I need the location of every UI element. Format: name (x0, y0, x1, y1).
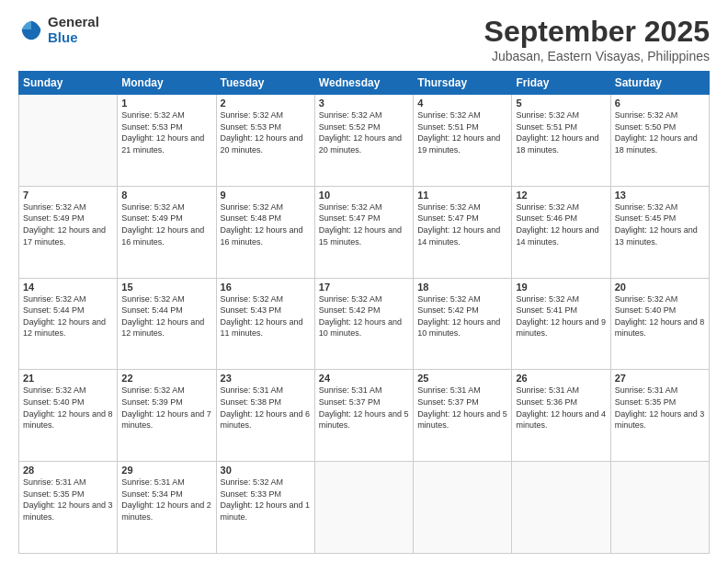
weekday-header-saturday: Saturday (610, 72, 709, 95)
cell-info: Sunrise: 5:32 AM Sunset: 5:42 PM Dayligh… (319, 293, 409, 339)
calendar-cell: 9Sunrise: 5:32 AM Sunset: 5:48 PM Daylig… (216, 186, 314, 278)
day-number: 16 (221, 282, 311, 293)
week-row-2: 7Sunrise: 5:32 AM Sunset: 5:49 PM Daylig… (19, 186, 710, 278)
cell-info: Sunrise: 5:32 AM Sunset: 5:44 PM Dayligh… (23, 293, 113, 339)
calendar-cell (512, 462, 610, 554)
calendar-cell: 26Sunrise: 5:31 AM Sunset: 5:36 PM Dayli… (512, 370, 610, 462)
cell-info: Sunrise: 5:32 AM Sunset: 5:46 PM Dayligh… (516, 201, 606, 247)
day-number: 25 (417, 373, 507, 384)
calendar-cell: 12Sunrise: 5:32 AM Sunset: 5:46 PM Dayli… (512, 186, 610, 278)
logo: General Blue (18, 15, 99, 45)
calendar-cell: 6Sunrise: 5:32 AM Sunset: 5:50 PM Daylig… (610, 95, 709, 187)
logo-general: General (48, 15, 99, 30)
cell-info: Sunrise: 5:32 AM Sunset: 5:44 PM Dayligh… (121, 293, 211, 339)
title-area: September 2025 Jubasan, Eastern Visayas,… (484, 15, 710, 63)
day-number: 10 (319, 190, 409, 201)
cell-info: Sunrise: 5:32 AM Sunset: 5:53 PM Dayligh… (121, 109, 211, 155)
calendar-cell: 10Sunrise: 5:32 AM Sunset: 5:47 PM Dayli… (314, 186, 413, 278)
calendar-cell: 1Sunrise: 5:32 AM Sunset: 5:53 PM Daylig… (118, 95, 216, 187)
cell-info: Sunrise: 5:31 AM Sunset: 5:34 PM Dayligh… (121, 477, 211, 523)
weekday-header-monday: Monday (118, 72, 216, 95)
calendar-cell: 24Sunrise: 5:31 AM Sunset: 5:37 PM Dayli… (314, 370, 413, 462)
cell-info: Sunrise: 5:32 AM Sunset: 5:53 PM Dayligh… (221, 109, 311, 155)
header: General Blue September 2025 Jubasan, Eas… (18, 15, 710, 63)
day-number: 2 (221, 98, 311, 109)
cell-info: Sunrise: 5:32 AM Sunset: 5:39 PM Dayligh… (121, 385, 211, 431)
calendar-cell: 29Sunrise: 5:31 AM Sunset: 5:34 PM Dayli… (118, 462, 216, 554)
day-number: 17 (319, 282, 409, 293)
calendar-cell: 2Sunrise: 5:32 AM Sunset: 5:53 PM Daylig… (216, 95, 314, 187)
logo-icon (18, 17, 44, 43)
calendar-cell: 5Sunrise: 5:32 AM Sunset: 5:51 PM Daylig… (512, 95, 610, 187)
calendar-cell (610, 462, 709, 554)
cell-info: Sunrise: 5:31 AM Sunset: 5:37 PM Dayligh… (417, 385, 507, 431)
day-number: 29 (121, 465, 211, 476)
day-number: 30 (221, 465, 311, 476)
day-number: 19 (516, 282, 606, 293)
cell-info: Sunrise: 5:32 AM Sunset: 5:49 PM Dayligh… (121, 201, 211, 247)
calendar-cell: 8Sunrise: 5:32 AM Sunset: 5:49 PM Daylig… (118, 186, 216, 278)
day-number: 3 (319, 98, 409, 109)
logo-blue: Blue (48, 30, 99, 46)
day-number: 18 (417, 282, 507, 293)
calendar-cell: 27Sunrise: 5:31 AM Sunset: 5:35 PM Dayli… (610, 370, 709, 462)
day-number: 13 (615, 190, 705, 201)
weekday-header-friday: Friday (512, 72, 610, 95)
weekday-header-sunday: Sunday (19, 72, 118, 95)
cell-info: Sunrise: 5:31 AM Sunset: 5:35 PM Dayligh… (23, 477, 113, 523)
weekday-header-row: SundayMondayTuesdayWednesdayThursdayFrid… (19, 72, 710, 95)
calendar-cell: 30Sunrise: 5:32 AM Sunset: 5:33 PM Dayli… (216, 462, 314, 554)
day-number: 8 (121, 190, 211, 201)
weekday-header-tuesday: Tuesday (216, 72, 314, 95)
cell-info: Sunrise: 5:32 AM Sunset: 5:41 PM Dayligh… (516, 293, 606, 339)
cell-info: Sunrise: 5:31 AM Sunset: 5:36 PM Dayligh… (516, 385, 606, 431)
calendar-table: SundayMondayTuesdayWednesdayThursdayFrid… (18, 71, 710, 554)
day-number: 28 (23, 465, 113, 476)
day-number: 6 (615, 98, 705, 109)
day-number: 26 (516, 373, 606, 384)
week-row-4: 21Sunrise: 5:32 AM Sunset: 5:40 PM Dayli… (19, 370, 710, 462)
calendar-cell: 18Sunrise: 5:32 AM Sunset: 5:42 PM Dayli… (414, 278, 512, 370)
cell-info: Sunrise: 5:32 AM Sunset: 5:51 PM Dayligh… (417, 109, 507, 155)
cell-info: Sunrise: 5:31 AM Sunset: 5:35 PM Dayligh… (615, 385, 705, 431)
cell-info: Sunrise: 5:32 AM Sunset: 5:47 PM Dayligh… (417, 201, 507, 247)
calendar-cell (414, 462, 512, 554)
calendar-cell: 20Sunrise: 5:32 AM Sunset: 5:40 PM Dayli… (610, 278, 709, 370)
week-row-1: 1Sunrise: 5:32 AM Sunset: 5:53 PM Daylig… (19, 95, 710, 187)
calendar-cell: 21Sunrise: 5:32 AM Sunset: 5:40 PM Dayli… (19, 370, 118, 462)
month-title: September 2025 (484, 15, 710, 49)
day-number: 5 (516, 98, 606, 109)
cell-info: Sunrise: 5:32 AM Sunset: 5:47 PM Dayligh… (319, 201, 409, 247)
day-number: 7 (23, 190, 113, 201)
cell-info: Sunrise: 5:32 AM Sunset: 5:45 PM Dayligh… (615, 201, 705, 247)
day-number: 12 (516, 190, 606, 201)
day-number: 24 (319, 373, 409, 384)
cell-info: Sunrise: 5:32 AM Sunset: 5:52 PM Dayligh… (319, 109, 409, 155)
day-number: 9 (221, 190, 311, 201)
cell-info: Sunrise: 5:32 AM Sunset: 5:42 PM Dayligh… (417, 293, 507, 339)
calendar-cell: 14Sunrise: 5:32 AM Sunset: 5:44 PM Dayli… (19, 278, 118, 370)
logo-text: General Blue (48, 15, 99, 45)
day-number: 11 (417, 190, 507, 201)
calendar-cell: 7Sunrise: 5:32 AM Sunset: 5:49 PM Daylig… (19, 186, 118, 278)
cell-info: Sunrise: 5:32 AM Sunset: 5:43 PM Dayligh… (221, 293, 311, 339)
weekday-header-wednesday: Wednesday (314, 72, 413, 95)
cell-info: Sunrise: 5:32 AM Sunset: 5:48 PM Dayligh… (221, 201, 311, 247)
weekday-header-thursday: Thursday (414, 72, 512, 95)
day-number: 21 (23, 373, 113, 384)
calendar-cell: 19Sunrise: 5:32 AM Sunset: 5:41 PM Dayli… (512, 278, 610, 370)
day-number: 4 (417, 98, 507, 109)
calendar-cell: 22Sunrise: 5:32 AM Sunset: 5:39 PM Dayli… (118, 370, 216, 462)
day-number: 20 (615, 282, 705, 293)
calendar-cell: 4Sunrise: 5:32 AM Sunset: 5:51 PM Daylig… (414, 95, 512, 187)
cell-info: Sunrise: 5:32 AM Sunset: 5:49 PM Dayligh… (23, 201, 113, 247)
day-number: 15 (121, 282, 211, 293)
day-number: 14 (23, 282, 113, 293)
cell-info: Sunrise: 5:32 AM Sunset: 5:33 PM Dayligh… (221, 477, 311, 523)
cell-info: Sunrise: 5:32 AM Sunset: 5:51 PM Dayligh… (516, 109, 606, 155)
week-row-3: 14Sunrise: 5:32 AM Sunset: 5:44 PM Dayli… (19, 278, 710, 370)
calendar-cell: 23Sunrise: 5:31 AM Sunset: 5:38 PM Dayli… (216, 370, 314, 462)
day-number: 23 (221, 373, 311, 384)
calendar-cell: 28Sunrise: 5:31 AM Sunset: 5:35 PM Dayli… (19, 462, 118, 554)
cell-info: Sunrise: 5:31 AM Sunset: 5:37 PM Dayligh… (319, 385, 409, 431)
